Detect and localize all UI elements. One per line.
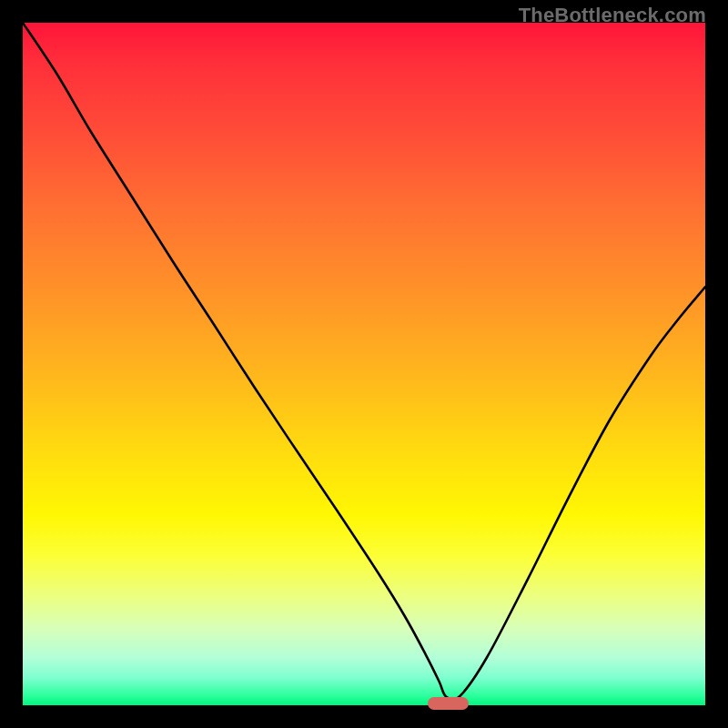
plot-area [23,23,705,705]
optimum-marker [428,697,469,710]
chart-frame: TheBottleneck.com [0,0,728,728]
bottleneck-curve [23,23,705,705]
